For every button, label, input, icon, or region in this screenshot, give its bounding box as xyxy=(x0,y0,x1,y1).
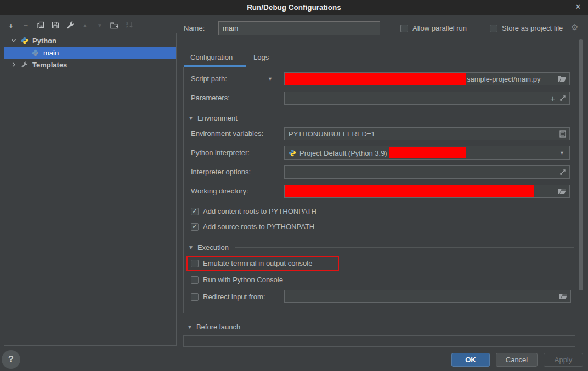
tree-item-python[interactable]: Python xyxy=(4,35,176,47)
help-button[interactable]: ? xyxy=(2,350,20,369)
script-path-label: Script path: xyxy=(191,75,227,83)
script-path-dropdown-icon[interactable]: ▼ xyxy=(268,76,273,82)
tree-item-label: Templates xyxy=(32,61,67,69)
combo-arrow-icon[interactable]: ▼ xyxy=(559,150,564,156)
add-icon[interactable]: + xyxy=(7,21,15,30)
environment-section-header: ▼ Environment xyxy=(188,114,574,122)
parameters-field[interactable]: + xyxy=(284,92,570,105)
redirect-input-field[interactable] xyxy=(284,290,571,303)
chevron-right-icon[interactable] xyxy=(11,62,18,67)
tree-item-templates[interactable]: Templates xyxy=(4,59,176,71)
checkbox-icon[interactable] xyxy=(400,25,408,32)
interpreter-options-label: Interpreter options: xyxy=(191,168,251,176)
store-as-project-file-checkbox[interactable]: Store as project file xyxy=(490,24,563,32)
tree-item-main[interactable]: main xyxy=(4,47,176,59)
save-icon[interactable] xyxy=(51,21,60,30)
sort-icon: az xyxy=(125,21,134,30)
section-label: Execution xyxy=(197,243,229,252)
checkbox-label: Redirect input from: xyxy=(203,293,265,301)
configurations-toolbar: + − ▲ ▼ az xyxy=(7,20,134,31)
name-label: Name: xyxy=(184,24,205,32)
name-input[interactable] xyxy=(218,21,380,35)
python-icon xyxy=(32,49,41,56)
expand-icon[interactable] xyxy=(559,95,566,101)
new-folder-icon[interactable] xyxy=(110,21,119,30)
script-path-value: sample-project/main.py xyxy=(467,75,540,83)
python-interpreter-value: Project Default (Python 3.9) xyxy=(299,149,387,157)
before-launch-section-header: ▼ Before launch xyxy=(187,323,575,331)
vertical-scrollbar[interactable] xyxy=(579,39,583,290)
environment-variables-field[interactable]: PYTHONUNBUFFERED=1 xyxy=(284,127,570,140)
section-rule xyxy=(235,247,574,248)
tree-item-label: main xyxy=(43,49,59,57)
svg-text:z: z xyxy=(126,25,128,29)
folder-icon[interactable] xyxy=(559,293,567,300)
tab-configuration[interactable]: Configuration xyxy=(190,53,233,61)
wrench-icon xyxy=(21,61,30,69)
script-path-field[interactable]: sample-project/main.py xyxy=(284,72,570,85)
run-with-python-console-checkbox[interactable]: Run with Python Console xyxy=(191,276,283,284)
environment-variables-value: PYTHONUNBUFFERED=1 xyxy=(289,130,375,138)
dialog-title: Run/Debug Configurations xyxy=(0,0,588,15)
redacted-overlay xyxy=(285,185,534,197)
browse-list-icon[interactable] xyxy=(559,130,566,138)
checkbox-icon[interactable] xyxy=(490,25,497,32)
folder-icon[interactable] xyxy=(558,76,566,82)
before-launch-task-list[interactable] xyxy=(183,335,575,347)
expand-icon[interactable] xyxy=(559,169,566,175)
python-interpreter-combobox[interactable]: Project Default (Python 3.9) ▼ xyxy=(284,146,570,160)
copy-icon[interactable] xyxy=(36,21,45,30)
parameters-label: Parameters: xyxy=(191,94,230,102)
tree-item-label: Python xyxy=(32,37,56,45)
working-directory-field[interactable] xyxy=(284,185,570,198)
plus-icon[interactable]: + xyxy=(550,94,555,103)
tab-logs[interactable]: Logs xyxy=(253,53,269,61)
ok-button[interactable]: OK xyxy=(451,353,490,367)
collapse-triangle-icon[interactable]: ▼ xyxy=(188,244,194,250)
redacted-overlay xyxy=(389,147,466,158)
collapse-triangle-icon[interactable]: ▼ xyxy=(188,115,194,121)
section-rule xyxy=(246,327,575,327)
cancel-button[interactable]: Cancel xyxy=(496,353,538,367)
configurations-tree: Python main Templates xyxy=(4,33,177,346)
checkbox-label: Add content roots to PYTHONPATH xyxy=(203,207,316,215)
python-icon xyxy=(289,149,296,157)
move-down-icon: ▼ xyxy=(95,21,104,30)
section-label: Before launch xyxy=(196,323,240,331)
remove-icon[interactable]: − xyxy=(21,21,30,30)
collapse-triangle-icon[interactable]: ▼ xyxy=(187,324,193,330)
python-icon xyxy=(21,37,30,44)
section-rule xyxy=(244,118,574,118)
close-icon[interactable]: ✕ xyxy=(573,2,584,13)
working-directory-label: Working directory: xyxy=(191,187,248,195)
apply-button: Apply xyxy=(544,353,583,367)
checkbox-label: Store as project file xyxy=(502,24,563,32)
allow-parallel-run-checkbox[interactable]: Allow parallel run xyxy=(400,24,467,32)
configuration-form-panel: Script path: ▼ sample-project/main.py Pa… xyxy=(183,67,575,313)
move-up-icon: ▲ xyxy=(81,21,89,30)
emulate-terminal-checkbox[interactable] xyxy=(191,260,199,267)
checkbox-icon[interactable] xyxy=(191,223,199,231)
checkbox-icon[interactable] xyxy=(191,208,199,215)
run-debug-configurations-dialog: Run/Debug Configurations ✕ + − ▲ ▼ az xyxy=(0,0,588,371)
checkbox-label: Emulate terminal in output console xyxy=(203,259,312,267)
chevron-down-icon[interactable] xyxy=(11,38,18,43)
environment-variables-label: Environment variables: xyxy=(191,129,263,138)
section-label: Environment xyxy=(197,114,238,122)
checkbox-label: Allow parallel run xyxy=(412,24,467,32)
checkbox-icon[interactable] xyxy=(191,276,199,284)
add-source-roots-checkbox[interactable]: Add source roots to PYTHONPATH xyxy=(191,222,314,231)
checkbox-label: Add source roots to PYTHONPATH xyxy=(203,222,314,231)
redirect-input-checkbox[interactable]: Redirect input from: xyxy=(191,293,265,301)
gear-icon[interactable]: ⚙ xyxy=(571,22,578,32)
checkbox-label: Run with Python Console xyxy=(203,276,283,284)
add-content-roots-checkbox[interactable]: Add content roots to PYTHONPATH xyxy=(191,207,316,215)
red-annotation-box: Emulate terminal in output console xyxy=(186,256,339,271)
execution-section-header: ▼ Execution xyxy=(188,243,574,252)
interpreter-options-field[interactable] xyxy=(284,165,570,179)
checkbox-icon[interactable] xyxy=(191,293,199,301)
python-interpreter-label: Python interpreter: xyxy=(191,149,250,157)
wrench-icon[interactable] xyxy=(66,21,75,30)
titlebar: Run/Debug Configurations ✕ xyxy=(0,0,588,15)
folder-icon[interactable] xyxy=(558,188,566,195)
